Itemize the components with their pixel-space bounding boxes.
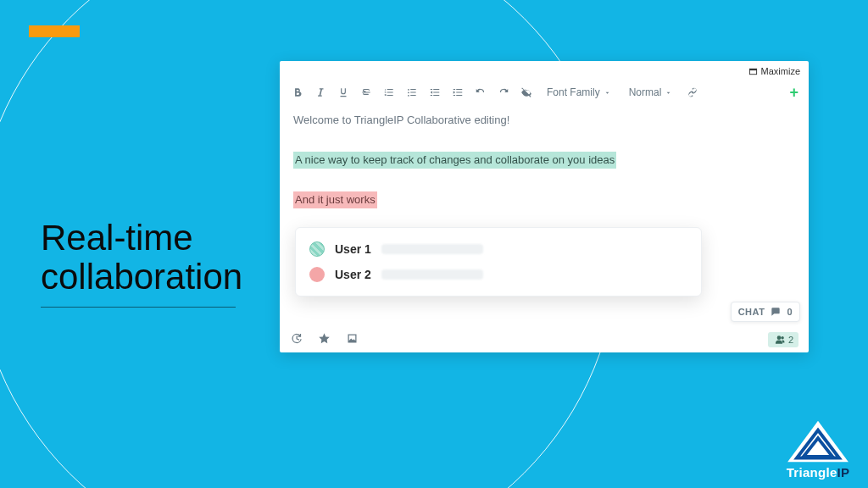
unordered-list-button[interactable] — [404, 85, 420, 100]
chat-label: CHAT — [738, 307, 765, 317]
doc-line-1: Welcome to TriangleIP Collaborative edit… — [293, 112, 509, 129]
svg-rect-1 — [749, 69, 756, 70]
bold-button[interactable] — [290, 85, 305, 100]
add-button[interactable]: + — [789, 84, 798, 102]
user-email-blurred — [381, 269, 483, 280]
underline-button[interactable] — [336, 85, 351, 100]
user-row: User 2 — [308, 262, 689, 287]
chat-count: 0 — [787, 307, 793, 317]
maximize-button[interactable]: Maximize — [748, 64, 800, 78]
ordered-list-button[interactable] — [381, 85, 397, 100]
maximize-label: Maximize — [761, 66, 800, 76]
triangle-icon — [785, 418, 851, 465]
editor-toolbar: Font Family Normal + — [280, 80, 809, 105]
favorite-button[interactable] — [318, 332, 331, 348]
brand-suffix: IP — [837, 465, 850, 480]
image-button[interactable] — [346, 332, 359, 348]
accent-bar — [29, 25, 80, 37]
maximize-icon — [748, 67, 758, 76]
chevron-down-icon — [604, 89, 611, 97]
users-icon — [773, 334, 785, 346]
indent-button[interactable] — [450, 85, 465, 100]
font-family-label: Font Family — [547, 86, 600, 98]
chevron-down-icon — [665, 89, 672, 97]
editor-bottom-bar: 2 — [280, 327, 809, 352]
chat-toggle[interactable]: CHAT 0 — [731, 302, 800, 322]
headline-line1: Real-time — [41, 219, 242, 258]
user-name: User 1 — [335, 242, 371, 256]
font-family-dropdown[interactable]: Font Family — [542, 85, 616, 100]
editor-content[interactable]: Welcome to TriangleIP Collaborative edit… — [280, 105, 809, 220]
user-email-blurred — [381, 244, 483, 254]
user-row: User 1 — [308, 236, 689, 262]
history-button[interactable] — [290, 332, 303, 348]
link-button[interactable] — [685, 85, 700, 100]
editor-window: Maximize Font Family Normal + Welcome to… — [280, 61, 809, 352]
headline-rule — [41, 307, 236, 308]
visibility-off-button[interactable] — [519, 85, 534, 100]
page-title: Real-time collaboration — [41, 219, 242, 297]
active-users-popover: User 1 User 2 — [295, 227, 702, 297]
presence-count: 2 — [788, 335, 793, 345]
chat-icon — [770, 306, 782, 318]
redo-button[interactable] — [496, 85, 511, 100]
strikethrough-button[interactable] — [359, 85, 374, 100]
presence-indicator[interactable]: 2 — [768, 332, 798, 347]
avatar — [309, 267, 325, 282]
doc-line-2-highlighted: A nice way to keep track of changes and … — [293, 152, 616, 169]
paragraph-style-label: Normal — [629, 86, 662, 98]
brand-logo: TriangleIP — [785, 418, 851, 480]
paragraph-style-dropdown[interactable]: Normal — [624, 85, 678, 100]
user-name: User 2 — [335, 268, 371, 281]
undo-button[interactable] — [473, 85, 488, 100]
headline-line2: collaboration — [41, 258, 242, 297]
avatar — [309, 241, 325, 257]
outdent-button[interactable] — [427, 85, 442, 100]
italic-button[interactable] — [313, 85, 328, 100]
brand-name: Triangle — [787, 465, 837, 480]
doc-line-3-highlighted: And it just works — [293, 191, 377, 208]
